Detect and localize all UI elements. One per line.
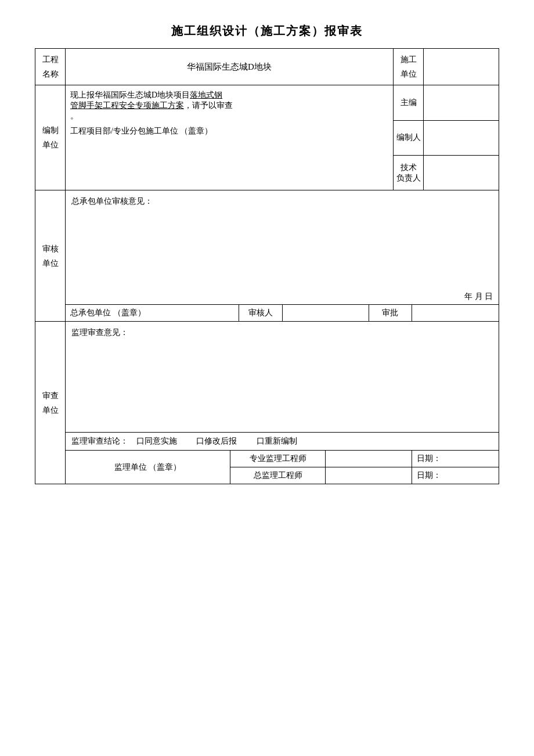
compile-content: 现上报华福国际生态城D地块项目落地式钢管脚手架工程安全专项施工方案，请予以审查。… (66, 85, 394, 190)
review-sub-table: 总承包单位 （盖章） 审核人 审批 (66, 304, 499, 321)
option-redo: 口重新编制 (257, 437, 297, 445)
approve-label-cell: 审批 (369, 305, 412, 322)
department-row: 工程项目部/专业分包施工单位 （盖章） (70, 126, 388, 136)
supervisor-unit-cell: 监理单位 （盖章） (66, 451, 230, 484)
sublabel-jishu: 技术 负责人 (394, 155, 423, 190)
value-construction-unit (424, 49, 499, 85)
right-subvalues (424, 85, 499, 190)
label-construction-unit: 施工 单位 (394, 49, 424, 85)
compile-text-pre: 现上报华福国际生态城D地块项目 (70, 91, 190, 99)
compile-text: 现上报华福国际生态城D地块项目落地式钢管脚手架工程安全专项施工方案，请予以审查。 (70, 90, 388, 121)
approve-val-cell (412, 305, 499, 322)
right-labels-col: 主编 编制人 技术 负责人 (394, 85, 424, 190)
subval-row-1 (424, 85, 499, 120)
supervision-opinion-text: 监理审查意见： (66, 322, 499, 432)
option-agree: 口同意实施 (136, 437, 177, 445)
label-review-unit: 审核 单位 (35, 190, 66, 322)
subval-jishu (424, 155, 499, 190)
subval-bianzhiren (424, 120, 499, 155)
review-unit-content: 总承包单位审核意见： 年 月 日 总承包单位 （盖章） 审核人 审批 (66, 190, 499, 322)
chief-engineer-val (326, 467, 412, 484)
subval-zhubiao (424, 85, 499, 120)
row-compile-unit: 编制 单位 现上报华福国际生态城D地块项目落地式钢管脚手架工程安全专项施工方案，… (35, 85, 499, 190)
conclusion-row: 监理审查结论： 口同意实施 口修改后报 口重新编制 (66, 432, 499, 450)
pro-engineer-val (326, 451, 412, 467)
sublabel-row-1: 主编 (394, 85, 423, 120)
subval-row-2 (424, 120, 499, 155)
subval-row-3 (424, 155, 499, 190)
pro-engineer-date: 日期： (412, 451, 499, 467)
reviewer-label-cell: 审核人 (239, 305, 282, 322)
page-title: 施工组织设计（施工方案）报审表 (35, 23, 499, 39)
sublabel-row-2: 编制人 (394, 120, 423, 155)
conclusion-label: 监理审查结论： (71, 437, 128, 445)
value-project-name: 华福国际生态城D地块 (66, 49, 394, 85)
review-sub-row: 总承包单位 （盖章） 审核人 审批 (66, 305, 499, 322)
general-contractor-cell: 总承包单位 （盖章） (66, 305, 239, 322)
label-inspect-unit: 审查 单位 (35, 322, 66, 484)
pro-engineer-label: 专业监理工程师 (230, 451, 325, 467)
label-project-name: 工程 名称 (35, 49, 66, 85)
row-project-name: 工程 名称 华福国际生态城D地块 施工 单位 (35, 49, 499, 85)
row-inspect-unit: 审查 单位 监理审查意见： 监理审查结论： 口同意实施 口修改后报 口重新编制 … (35, 322, 499, 484)
label-compile-unit: 编制 单位 (35, 85, 66, 190)
year-month-day: 年 月 日 (66, 289, 499, 304)
row-review-unit: 审核 单位 总承包单位审核意见： 年 月 日 总承包单位 （盖章） 审核人 审批 (35, 190, 499, 322)
supervisor-unit-row: 监理单位 （盖章） 专业监理工程师 日期： (66, 451, 499, 467)
main-table: 工程 名称 华福国际生态城D地块 施工 单位 编制 单位 现上报华福国际生态城D… (35, 48, 499, 484)
sublabel-zhubiao: 主编 (394, 85, 423, 120)
supervision-sub-table: 监理单位 （盖章） 专业监理工程师 日期： 总监理工程师 日期： (66, 450, 499, 484)
sublabel-row-3: 技术 负责人 (394, 155, 423, 190)
right-sublabels: 主编 编制人 技术 负责人 (394, 85, 423, 190)
review-opinion-text: 总承包单位审核意见： (66, 190, 499, 289)
sublabel-bianzhiren: 编制人 (394, 120, 423, 155)
right-values-col (424, 85, 499, 190)
inspect-content: 监理审查意见： 监理审查结论： 口同意实施 口修改后报 口重新编制 监理单位 （… (66, 322, 499, 484)
reviewer-val-cell (282, 305, 369, 322)
option-revise: 口修改后报 (196, 437, 237, 445)
chief-engineer-date: 日期： (412, 467, 499, 484)
chief-engineer-label: 总监理工程师 (230, 467, 325, 484)
